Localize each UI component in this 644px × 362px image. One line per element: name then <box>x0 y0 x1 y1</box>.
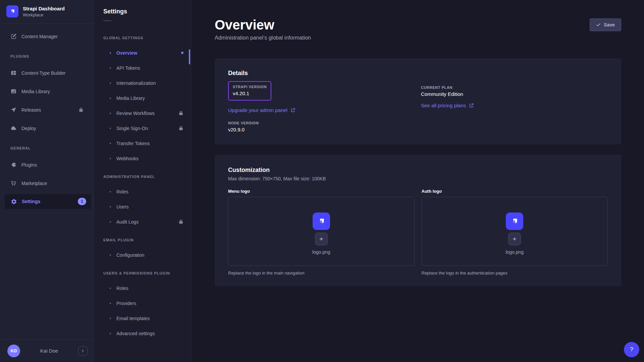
subnav-item-overview[interactable]: Overview <box>94 45 191 60</box>
add-auth-logo-button[interactable] <box>508 233 521 245</box>
workspace-brand[interactable]: Strapi Dashboard Workplace <box>0 0 94 24</box>
sidebar-footer: KD Kai Doe <box>0 339 94 362</box>
help-button[interactable]: ? <box>624 342 639 357</box>
strapi-version-highlight: STRAPI VERSION v4.20.1 <box>228 81 271 101</box>
strapi-logo-preview-icon <box>506 213 523 230</box>
details-right-column: CURRENT PLAN Community Edition See all p… <box>421 81 608 132</box>
bullet-icon <box>110 67 111 69</box>
pricing-link-label: See all pricing plans <box>421 103 466 108</box>
cloud-icon <box>10 125 17 132</box>
brand-text: Strapi Dashboard Workplace <box>23 6 65 17</box>
sidebar-item-label: Deploy <box>21 126 36 131</box>
collapse-sidebar-button[interactable] <box>78 346 88 356</box>
subnav-item-transfer-tokens[interactable]: Transfer Tokens <box>94 136 191 151</box>
sidebar-item-plugins[interactable]: Plugins <box>0 156 94 174</box>
subnav-item-single-sign-on[interactable]: Single Sign-On <box>94 121 191 136</box>
subnav-item-label: Audit Logs <box>116 219 139 225</box>
sidebar-item-media-library[interactable]: Media Library <box>0 82 94 101</box>
bullet-icon <box>110 128 111 129</box>
subnav-item-label: Roles <box>116 189 128 194</box>
strapi-version-value: v4.20.1 <box>233 90 267 96</box>
subnav-item-users[interactable]: Users <box>94 199 191 214</box>
subnav-section-users-permissions: USERS & PERMISSIONS PLUGIN <box>94 266 191 281</box>
bullet-icon <box>110 82 111 84</box>
sidebar-item-content-manager[interactable]: Content Manager <box>0 27 94 46</box>
subnav-scrollbar-thumb[interactable] <box>189 49 190 64</box>
bullet-icon <box>110 318 111 319</box>
notification-dot <box>181 52 183 54</box>
bullet-icon <box>110 254 111 256</box>
bullet-icon <box>110 333 111 334</box>
subnav-item-providers[interactable]: Providers <box>94 296 191 311</box>
cart-icon <box>10 180 17 187</box>
customization-title: Customization <box>228 167 608 174</box>
puzzle-icon <box>10 162 17 168</box>
sidebar-item-settings[interactable]: Settings 1 <box>5 194 91 209</box>
subnav-item-label: Review Workflows <box>116 111 155 116</box>
subnav-section-administration-panel: ADMINISTRATION PANEL <box>94 169 191 184</box>
menu-logo-upload-box[interactable]: logo.png <box>228 197 415 266</box>
subnav-item-label: API Tokens <box>116 65 140 71</box>
customization-card: Customization Max dimension: 750×750, Ma… <box>215 155 621 286</box>
sidebar-item-label: Content Manager <box>21 34 58 39</box>
subnav-item-label: Email templates <box>116 316 150 321</box>
bullet-icon <box>110 288 111 289</box>
upgrade-admin-panel-link[interactable]: Upgrade your admin panel <box>228 107 296 113</box>
bullet-icon <box>110 158 111 159</box>
subnav-item-webhooks[interactable]: Webhooks <box>94 151 191 166</box>
subnav-item-email-templates[interactable]: Email templates <box>94 311 191 326</box>
menu-logo-label: Menu logo <box>228 189 415 194</box>
bullet-icon <box>110 191 111 192</box>
workspace-title: Strapi Dashboard <box>23 6 65 11</box>
subnav-item-label: Advanced settings <box>116 331 155 336</box>
subnav-item-advanced-settings[interactable]: Advanced settings <box>94 326 191 341</box>
subnav-item-media-library[interactable]: Media Library <box>94 90 191 106</box>
pricing-plans-link[interactable]: See all pricing plans <box>421 103 474 108</box>
sidebar-item-label: Marketplace <box>21 181 47 186</box>
auth-logo-upload-box[interactable]: logo.png <box>422 197 608 266</box>
sidebar-item-content-type-builder[interactable]: Content-Type Builder <box>0 64 94 82</box>
lock-icon <box>178 126 183 131</box>
node-version-label: NODE VERSION <box>228 121 421 125</box>
subnav-item-audit-logs[interactable]: Audit Logs <box>94 214 191 229</box>
subnav-item-configuration[interactable]: Configuration <box>94 247 191 262</box>
bullet-icon <box>110 98 111 99</box>
app-root: Strapi Dashboard Workplace Content Manag… <box>0 0 644 362</box>
lock-icon <box>178 219 183 224</box>
sidebar-section-plugins: PLUGINS <box>0 49 94 64</box>
save-button[interactable]: Save <box>590 18 621 31</box>
subnav-item-label: Transfer Tokens <box>116 141 150 146</box>
subnav-item-admin-roles[interactable]: Roles <box>94 184 191 199</box>
bullet-icon <box>110 52 111 54</box>
subnav-section-email-plugin: EMAIL PLUGIN <box>94 233 191 247</box>
subnav-item-internationalization[interactable]: Internationalization <box>94 75 191 90</box>
settings-subnav: Settings GLOBAL SETTINGS Overview API To… <box>94 0 191 362</box>
external-link-icon <box>290 108 296 113</box>
main-content: Overview Administration panel’s global i… <box>191 0 644 362</box>
add-menu-logo-button[interactable] <box>315 233 328 245</box>
subnav-item-label: Media Library <box>116 96 145 101</box>
subnav-item-label: Overview <box>116 50 137 56</box>
subnav-item-api-tokens[interactable]: API Tokens <box>94 60 191 75</box>
customization-constraints: Max dimension: 750×750, Max file size: 1… <box>228 176 608 181</box>
sidebar-menu: Content Manager PLUGINS Content-Type Bui… <box>0 24 94 339</box>
subnav-item-label: Internationalization <box>116 80 156 86</box>
sidebar-item-label: Plugins <box>21 162 37 168</box>
sidebar-item-marketplace[interactable]: Marketplace <box>0 174 94 192</box>
strapi-logo-icon <box>6 5 18 17</box>
subnav-item-label: Configuration <box>116 252 144 258</box>
external-link-icon <box>469 103 474 108</box>
subnav-item-review-workflows[interactable]: Review Workflows <box>94 106 191 121</box>
bullet-icon <box>110 143 111 144</box>
menu-logo-filename: logo.png <box>312 249 330 255</box>
details-left-column: STRAPI VERSION v4.20.1 Upgrade your admi… <box>228 81 421 132</box>
strapi-logo-preview-icon <box>313 213 330 230</box>
settings-count-badge: 1 <box>78 198 86 205</box>
sidebar-item-deploy[interactable]: Deploy <box>0 119 94 137</box>
sidebar-item-releases[interactable]: Releases <box>0 101 94 119</box>
lock-icon <box>78 107 84 112</box>
workspace-subtitle: Workplace <box>23 12 65 17</box>
subnav-item-up-roles[interactable]: Roles <box>94 281 191 296</box>
sidebar-item-label: Settings <box>22 199 40 204</box>
avatar[interactable]: KD <box>7 345 20 357</box>
